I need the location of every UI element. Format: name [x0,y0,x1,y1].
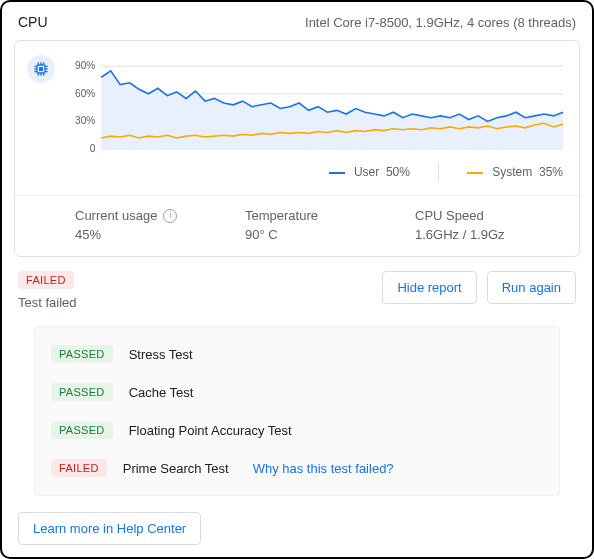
header: CPU Intel Core i7-8500, 1.9GHz, 4 cores … [2,2,592,40]
legend-user-value: 50% [386,165,410,179]
legend-system-value: 35% [539,165,563,179]
temperature-label: Temperature [245,208,375,223]
test-help-link[interactable]: Why has this test failed? [253,461,394,476]
legend-user-label: User [354,165,379,179]
svg-rect-1 [39,67,43,71]
chart-legend: User 50% System 35% [15,153,579,195]
cpu-speed-value: 1.6GHz / 1.9Gz [415,227,545,242]
test-row: PASSEDCache Test [35,373,559,411]
legend-system-label: System [492,165,532,179]
metrics-row: Current usage i 45% Temperature 90° C CP… [15,195,579,256]
svg-text:0: 0 [90,143,96,153]
hide-report-button[interactable]: Hide report [382,271,476,304]
temperature-value: 90° C [245,227,375,242]
current-usage-label: Current usage [75,208,157,223]
info-icon[interactable]: i [163,209,177,223]
test-row: PASSEDFloating Point Accuracy Test [35,411,559,449]
current-usage-value: 45% [75,227,205,242]
test-status-badge: PASSED [51,383,113,401]
overall-status-text: Test failed [18,295,77,310]
cpu-card: 90%60%30%0 User 50% System 35% Current u… [14,40,580,257]
metric-temperature: Temperature 90° C [245,208,375,242]
test-name: Floating Point Accuracy Test [129,423,292,438]
cpu-speed-label: CPU Speed [415,208,545,223]
usage-chart: 90%60%30%0 [63,53,567,153]
tests-list: PASSEDStress TestPASSEDCache TestPASSEDF… [34,326,560,496]
help-center-link[interactable]: Learn more in Help Center [18,512,201,545]
test-name: Cache Test [129,385,194,400]
overall-status-badge: FAILED [18,271,74,289]
test-row: PASSEDStress Test [35,335,559,373]
metric-cpu-speed: CPU Speed 1.6GHz / 1.9Gz [415,208,545,242]
test-status-badge: FAILED [51,459,107,477]
metric-current-usage: Current usage i 45% [75,208,205,242]
run-again-button[interactable]: Run again [487,271,576,304]
test-row: FAILEDPrime Search TestWhy has this test… [35,449,559,487]
cpu-icon [27,55,55,83]
svg-text:60%: 60% [75,88,95,99]
cpu-model-text: Intel Core i7-8500, 1.9GHz, 4 cores (8 t… [305,15,576,30]
page-title: CPU [18,14,48,30]
test-status-badge: PASSED [51,345,113,363]
test-status-badge: PASSED [51,421,113,439]
legend-user: User 50% [329,165,410,179]
test-name: Stress Test [129,347,193,362]
test-name: Prime Search Test [123,461,229,476]
svg-text:90%: 90% [75,60,95,71]
svg-text:30%: 30% [75,115,95,126]
legend-system: System 35% [467,165,563,179]
